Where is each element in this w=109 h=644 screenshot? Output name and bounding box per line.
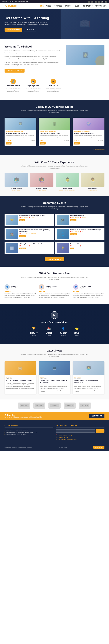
events-desc: Bella sed adipiscing upset sed mattino d… bbox=[20, 206, 89, 210]
testimonial-meta-2: Mangha Brown Sep 2019 bbox=[46, 286, 57, 288]
nav-home[interactable]: HOME bbox=[39, 5, 44, 7]
event-title-2: Educational Seminar bbox=[70, 215, 87, 217]
welcome-title: Welcome To eSchool bbox=[4, 45, 62, 48]
footer-news-list: EDUCATION WITHOUT LEAVING HOME ONLINE ED… bbox=[4, 430, 53, 435]
nav-pages[interactable]: PAGES ▾ bbox=[46, 5, 52, 7]
hero-img-icon: 📖 bbox=[79, 18, 91, 29]
welcome-para-3: Curabitur a malesuada nisl Curabitur a m… bbox=[4, 62, 62, 66]
contact-us-button[interactable]: CONTACT US bbox=[89, 414, 105, 418]
testimonial-3: 👤 Drusilla Brown Sep 2019 ★★★★★ Lorem ip… bbox=[73, 284, 105, 298]
course-enroll-2[interactable]: Enroll bbox=[40, 142, 46, 144]
team-img-2: 👩‍🏫 bbox=[30, 173, 53, 187]
stat-students: 👤 5382 Students bbox=[60, 327, 67, 336]
event-loc-1: London bbox=[31, 217, 34, 218]
experience-desc: Bella sed adipiscing upset sed mattino d… bbox=[20, 165, 89, 169]
course-title-3: Morning English (Some Pages) bbox=[74, 132, 103, 134]
youtube-icon[interactable]: yt bbox=[101, 0, 104, 3]
social-links[interactable]: f t g in yt p bbox=[88, 0, 107, 3]
news-grid: 📰 EDUCATION Sep 16, 2019 EDUCATION WITHO… bbox=[4, 362, 105, 394]
testimonials-header: What Our Students Say Bella sed adipisci… bbox=[4, 272, 105, 280]
event-title-4: Geophysical Information For Users Worksh… bbox=[70, 229, 101, 231]
testimonial-date-2: Sep 2019 bbox=[46, 287, 57, 288]
course-enroll-1[interactable]: Enroll bbox=[6, 142, 11, 144]
nav-blog[interactable]: BLOG ▾ bbox=[75, 5, 81, 7]
testimonial-name-1: Adam Hill bbox=[11, 286, 18, 287]
site-logo[interactable]: TPG eSchool bbox=[2, 4, 17, 7]
news-card-1: 📰 EDUCATION Sep 16, 2019 EDUCATION WITHO… bbox=[4, 362, 36, 394]
footer-email-input[interactable] bbox=[56, 430, 95, 432]
event-loc-3: California bbox=[31, 233, 36, 234]
testimonial-meta-3: Drusilla Brown Sep 2019 bbox=[80, 286, 91, 288]
footer-news-item-1[interactable]: EDUCATION WITHOUT LEAVING HOME bbox=[4, 430, 53, 431]
news-title-3: LEARN JAVASCRIPT STEP BY STEP ONLINE FRE… bbox=[74, 380, 103, 383]
feature-professional-desc: Lorem ipsum dolor sit amet consectetur a… bbox=[45, 87, 62, 92]
event-content-6: Free Drupal Lessons 📅Sep 28, 2019 📍Onlin… bbox=[70, 243, 86, 253]
course-price-2: Free bbox=[40, 140, 43, 142]
news-section: Latest News Bella sed adipiscing upset s… bbox=[0, 344, 109, 399]
team-img-4: 👨‍💼 bbox=[81, 173, 105, 187]
testimonial-text-1: Lorem ipsum dolor sit amet consectetur a… bbox=[4, 293, 36, 298]
event-meta-4: 📅Sep 25, 2019 📍Chicago bbox=[70, 231, 101, 232]
event-content-2: Educational Seminar 📅Sep 24, 2019 📍New Y… bbox=[70, 215, 87, 225]
facebook-icon[interactable]: f bbox=[88, 0, 90, 3]
start-learning-button[interactable]: START LEARNING bbox=[4, 28, 22, 32]
see-all-courses[interactable]: ▸ See All Courses bbox=[4, 148, 105, 150]
team-grid: 👨‍🏫 Chase M. Bynum Content Master 👩‍🏫 Ja… bbox=[4, 173, 105, 191]
footer-news-item-2[interactable]: ONLINE EDUCATION IS TOTALLY WORTH THE EF… bbox=[4, 432, 53, 433]
nav-events[interactable]: EVENTS ▾ bbox=[65, 5, 73, 7]
footer-news-item-3[interactable]: LEARN JAVASCRIPT STEP BY STEP bbox=[4, 434, 53, 435]
news-title: Latest News bbox=[4, 349, 105, 352]
pinterest-icon[interactable]: p bbox=[105, 0, 107, 3]
testimonial-text-3: Lorem ipsum dolor sit amet consectetur a… bbox=[73, 293, 105, 298]
back-to-top-button[interactable]: BACK TO TOP bbox=[93, 446, 105, 449]
feature-online-title: Anything Online bbox=[25, 85, 42, 87]
event-card-6: 💡 Free Drupal Lessons 📅Sep 28, 2019 📍Onl… bbox=[55, 242, 105, 254]
footer-news-title: 01. LATEST NEWS bbox=[4, 425, 53, 428]
news-body-1: EDUCATION Sep 16, 2019 EDUCATION WITHOUT… bbox=[4, 375, 36, 392]
view-all-events-button[interactable]: VIEW ALL EVENTS bbox=[45, 257, 64, 261]
team-img-3: 👩‍💼 bbox=[56, 173, 79, 187]
svg-text:PARTNER: PARTNER bbox=[67, 405, 73, 406]
welcome-right: 👩‍🎓 bbox=[66, 45, 105, 65]
twitter-icon[interactable]: t bbox=[91, 0, 93, 3]
course-img-3: 🌍 bbox=[73, 118, 105, 130]
online-icon: 💻 bbox=[31, 79, 36, 84]
features-row: 🔬 Hands on Research Lorem ipsum dolor si… bbox=[4, 76, 62, 94]
footer: 01. LATEST NEWS EDUCATION WITHOUT LEAVIN… bbox=[0, 420, 109, 451]
footer-col-subscribe: 02. SUBSCRIBE / CONTACTS Subscribe 📍 123… bbox=[56, 425, 105, 441]
linkedin-icon[interactable]: in bbox=[98, 0, 100, 3]
event-card-4: 🌐 Geophysical Information For Users Work… bbox=[55, 228, 105, 240]
event-content-4: Geophysical Information For Users Worksh… bbox=[70, 229, 101, 239]
nav-contact[interactable]: CONTACT US bbox=[83, 5, 93, 7]
play-button[interactable]: ▶ bbox=[51, 311, 58, 319]
course-enroll-3[interactable]: Enroll bbox=[74, 142, 80, 144]
partner-logo-2: PARTNER bbox=[35, 404, 44, 408]
course-body-1: Digital Commerce and Advertising Digital… bbox=[4, 130, 36, 146]
explore-button[interactable]: EXPLORE ABOUT US bbox=[4, 69, 24, 72]
feature-online: 💻 Anything Online Lorem ipsum dolor sit … bbox=[25, 79, 42, 94]
course-desc-2: Lorem ipsum dolor sit amet consectetur a… bbox=[40, 135, 69, 138]
footer-subscribe-button[interactable]: Subscribe bbox=[96, 430, 105, 432]
hero-image: 📖 bbox=[61, 9, 109, 39]
footer-privacy[interactable]: | Privacy Policy bbox=[59, 446, 67, 448]
nav-student[interactable]: FOR STUDENT ▾ bbox=[95, 5, 107, 7]
event-meta-2: 📅Sep 24, 2019 📍New York bbox=[70, 217, 87, 218]
course-price-1: €236.00 bbox=[6, 140, 11, 142]
video-title: Watch Our Latest Video bbox=[4, 321, 105, 324]
event-img-2: 🎓 bbox=[57, 215, 69, 225]
news-body-3: JAVASCRIPT Sep 18, 2019 LEARN JAVASCRIPT… bbox=[73, 375, 105, 394]
testimonial-header-2: 👤 Mangha Brown Sep 2019 bbox=[39, 284, 70, 290]
partner-logo-1: PARTNER bbox=[20, 404, 29, 408]
course-img-1: 👩‍💼 bbox=[4, 118, 36, 130]
see-all-link[interactable]: ▸ See All Courses bbox=[94, 148, 105, 150]
footer-col-news: 01. LATEST NEWS EDUCATION WITHOUT LEAVIN… bbox=[4, 425, 53, 441]
event-tag-2: Education bbox=[70, 219, 77, 221]
nav-links-list: HOME PAGES ▾ COURSES ▾ EVENTS ▾ BLOG ▾ C… bbox=[39, 5, 107, 7]
news-text-1: Phasellus a malesuada nisl. Curabitur a … bbox=[6, 382, 35, 391]
stat-reviews-label: Reviews bbox=[74, 335, 79, 336]
nav-courses[interactable]: COURSES ▾ bbox=[54, 5, 63, 7]
register-button[interactable]: REGISTER bbox=[24, 28, 36, 32]
google-icon[interactable]: g bbox=[95, 0, 97, 3]
svg-text:PARTNER: PARTNER bbox=[52, 405, 57, 406]
courses-header: Discover Our Courses Online Bella sed ad… bbox=[4, 105, 105, 114]
